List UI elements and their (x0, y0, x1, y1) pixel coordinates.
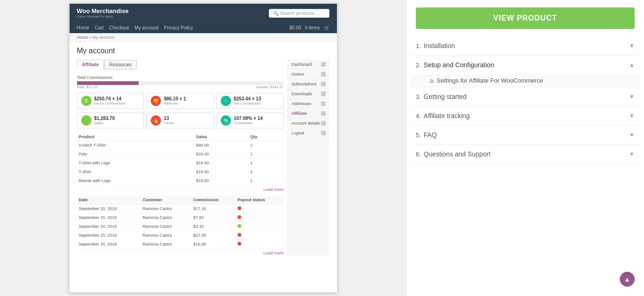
sidebar-menu-item[interactable]: Dashboard (288, 60, 329, 70)
toc-item: 5. FAQ ▼ (411, 126, 639, 145)
status-dot (238, 242, 241, 246)
product-sales: $40.00 (194, 141, 248, 150)
sidebar-menu-item[interactable]: Affiliate (288, 109, 329, 119)
nav-privacy[interactable]: Privacy Policy (164, 25, 193, 30)
product-name: T-Shirt (77, 168, 195, 176)
history-status (236, 222, 284, 231)
history-date: September 20, 2019 (77, 204, 141, 213)
status-dot (238, 224, 241, 228)
account-tabs: Affiliate Resources (77, 60, 284, 70)
toc-label: Affiliate tracking (424, 112, 629, 120)
product-qty: 1 (248, 168, 283, 176)
table-row: Beanie with Logo $18.00 1 (77, 176, 284, 185)
sidebar-menu-item[interactable]: Addresses (288, 99, 329, 109)
commission-bar-section: Total Commissions: Paid: $11.22 Unpaid: … (77, 75, 284, 89)
stat-net-icon: ↑ (221, 96, 231, 106)
tab-affiliate[interactable]: Affiliate (77, 60, 105, 70)
toc-item-header[interactable]: 1. Installation ▼ (411, 36, 639, 55)
history-status (236, 231, 284, 240)
breadcrumb: Home » My account (70, 33, 337, 42)
toc-number: 1. (416, 42, 421, 49)
status-dot (238, 215, 241, 219)
toc-label: FAQ (424, 131, 629, 139)
brand-name: Woo Merchandise (77, 7, 129, 14)
sidebar-menu-item[interactable]: Downloads (288, 89, 329, 99)
load-more-history[interactable]: Load more (77, 251, 284, 255)
brand-tagline: Color Yourself In Woo (77, 14, 129, 19)
chevron-down-icon: ▼ (629, 93, 635, 100)
products-col-qty: Qty (248, 133, 283, 141)
stat-refund-value: $86.10 × 1 (164, 96, 186, 101)
table-row: V-Neck T-Shirt - $40.00 2 (77, 141, 284, 150)
account-sidebar: DashboardOrdersSubscriptionsDownloadsAdd… (287, 60, 329, 255)
sidebar-menu-icon (321, 111, 326, 116)
history-col-commission: Commission (191, 196, 236, 204)
woo-brand: Woo Merchandise Color Yourself In Woo (77, 7, 129, 19)
toc-item-header[interactable]: 4. Affiliate tracking ▼ (411, 106, 639, 125)
toc-item: 2. Setup and Configuration ▲ a.Settings … (411, 56, 639, 87)
history-customer: Ramona Castro (140, 222, 191, 231)
woo-search-box[interactable]: 🔍 Search products... (269, 9, 329, 18)
view-product-button[interactable]: VIEW PRODUCT (416, 7, 635, 29)
commission-unpaid: Unpaid: $242.22 (256, 85, 284, 89)
table-row: September 20, 2019 Ramona Castro $27.50 (77, 231, 284, 240)
history-customer: Ramona Castro (140, 204, 191, 213)
stats-cards-row1: $ $250.74 × 14 Gross Commission 👎 $86.10… (77, 93, 284, 109)
commission-paid: Paid: $11.22 (77, 85, 98, 89)
history-status (236, 213, 284, 222)
history-commission: $19.80 (191, 240, 236, 249)
nav-home[interactable]: Home (77, 25, 90, 30)
sidebar-menu-item[interactable]: Logout (288, 128, 329, 138)
sidebar-menu-item[interactable]: Account details (288, 119, 329, 128)
toc-number: 4. (416, 113, 421, 120)
toc-item-header[interactable]: 5. FAQ ▼ (411, 126, 639, 144)
chevron-down-icon: ▼ (629, 151, 635, 157)
products-col-sales: Sales (194, 133, 248, 141)
docs-panel: VIEW PRODUCT 1. Installation ▼ 2. Setup … (406, 0, 644, 296)
table-row: September 20, 2019 Ramona Castro $3.32 (77, 222, 284, 231)
sidebar-menu-item[interactable]: Subscriptions (288, 79, 329, 89)
toc-item-header[interactable]: 2. Setup and Configuration ▲ (411, 56, 639, 74)
table-row: Polo $20.00 1 (77, 150, 284, 159)
stat-conversion: % 107.09% × 14 Conversion (217, 113, 284, 128)
sidebar-menu-label: Affiliate (292, 111, 307, 116)
nav-myaccount[interactable]: My account (134, 25, 158, 30)
tab-resources[interactable]: Resources (104, 60, 137, 70)
sidebar-menu-item[interactable]: Orders (288, 70, 329, 79)
toc-item: 3. Getting started ▼ (411, 87, 639, 106)
stat-gross: $ $250.74 × 14 Gross Commission (77, 93, 144, 109)
toc-item-header[interactable]: 3. Getting started ▼ (411, 87, 639, 106)
nav-cart[interactable]: Cart (95, 25, 104, 30)
load-more-products[interactable]: Load more (77, 187, 284, 192)
sidebar-menu-icon (321, 101, 326, 106)
history-commission: $3.32 (191, 222, 236, 231)
chevron-down-icon: ▼ (629, 42, 635, 49)
stat-net: ↑ $253.44 × 13 Net Commission (217, 93, 284, 109)
woo-nav: Home Cart Checkout My account Privacy Po… (70, 22, 337, 33)
sidebar-menu-label: Account details (292, 121, 320, 126)
toc-sub-item[interactable]: a.Settings for Affiliate For WooCommerce (411, 74, 639, 87)
stat-refund-label: Refunds (164, 101, 186, 106)
toc-item-header[interactable]: 6. Questions and Support ▼ (411, 145, 639, 163)
history-status (236, 240, 284, 249)
stat-gross-label: Gross Commission (94, 101, 126, 106)
stat-conversion-icon: % (221, 115, 231, 126)
nav-checkout[interactable]: Checkout (109, 25, 129, 30)
stat-clicks-icon: 👆 (151, 115, 161, 126)
status-dot (238, 233, 241, 237)
affiliate-content: Affiliate Resources Total Commissions: P… (77, 60, 284, 255)
sidebar-menu-icon (321, 121, 326, 126)
sidebar-menu-label: Downloads (292, 92, 313, 96)
woo-main: My account Affiliate Resources Total Com… (70, 42, 337, 260)
product-name: T-Shirt with Logo (77, 159, 195, 168)
history-col-status: Payout status (236, 196, 284, 204)
chevron-up-icon: ▲ (629, 62, 635, 68)
sidebar-menu-icon (321, 82, 326, 86)
commission-bar-container (77, 81, 284, 85)
breadcrumb-home[interactable]: Home (77, 35, 88, 40)
chevron-down-icon: ▼ (629, 113, 635, 119)
cart-icon: 🛒 (324, 25, 329, 30)
scroll-top-button[interactable]: ▲ (620, 272, 635, 287)
history-table: Date Customer Commission Payout status S… (77, 196, 284, 249)
toc-label: Questions and Support (424, 150, 629, 158)
